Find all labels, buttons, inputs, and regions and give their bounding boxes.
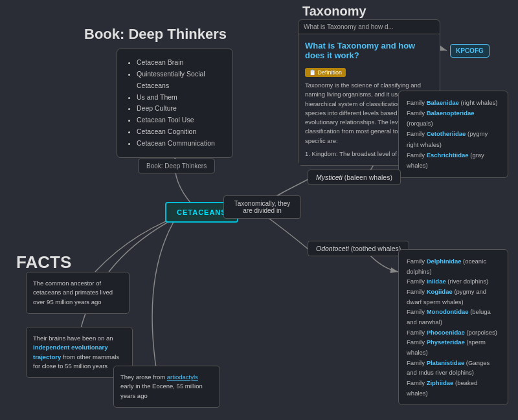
toothed-family-item: Family Platanistidae (Ganges and Indus r… [407,358,500,378]
kpcofg-badge: KPCOFG [450,44,490,58]
baleen-family-item: Family Cetotheriidae (pygmy right whales… [407,129,500,149]
fact3-prefix: They arose from [120,373,167,381]
toothed-family-item: Family Kogiidae (pygmy and dwarf sperm w… [407,287,500,307]
book-label: Book: Deep Thinkers [138,159,215,173]
facts-title: FACTS [16,252,71,272]
odontoceti-label: Odontoceti (toothed whales) [308,241,409,256]
mysticeti-label: Mysticeti (baleen whales) [308,170,401,185]
fact2-prefix: Their brains have been on an [33,335,113,342]
chapter-item: Cetacean Brain [137,57,223,69]
book-title: Book: Deep Thinkers [84,26,227,43]
definition-badge: 📋 Definition [305,68,346,77]
chapter-list: Cetacean Brain Quintessentially Social C… [126,57,223,149]
fact3-box: They arose from artiodactyls early in th… [113,366,220,408]
baleen-family-item: Family Balaenopteridae (rorquals) [407,108,500,129]
taxonomically-label: Taxonomically, they are divided in [223,195,301,219]
taxonomy-card-header: What is Taxonomy and how d... [298,20,440,34]
baleen-family-item: Family Eschrichtiidae (gray whales) [407,150,500,171]
toothed-family-item: Family Ziphiidae (beaked whales) [407,378,500,398]
toothed-family-list: Family Delphinidae (oceanic dolphins) Fa… [407,256,500,398]
toothed-family-item: Family Monodontidae (beluga and narwhal) [407,307,500,327]
book-chapters-box: Cetacean Brain Quintessentially Social C… [117,49,233,158]
toothed-family-item: Family Phocoenidae (porpoises) [407,327,500,338]
baleen-families-box: Family Balaenidae (right whales) Family … [398,91,508,178]
chapter-item: Quintessentially Social Cetaceans [137,69,223,92]
fact3-link: artiodactyls [167,373,198,381]
toothed-families-box: Family Delphinidae (oceanic dolphins) Fa… [398,249,508,405]
taxonomy-card-title: What is Taxonomy and how does it work? [305,41,433,60]
baleen-family-list: Family Balaenidae (right whales) Family … [407,98,500,171]
taxonomy-title: Taxonomy [302,4,366,19]
fact3-suffix: early in the Eocene, 55 million years ag… [120,382,203,399]
chapter-item: Cetacean Cognition [137,126,223,138]
baleen-family-item: Family Balaenidae (right whales) [407,98,500,108]
chapter-item: Cetacean Communication [137,138,223,149]
chapter-item: Deep Culture [137,103,223,115]
chapter-item: Us and Them [137,92,223,104]
toothed-family-item: Family Physeteridae (sperm whales) [407,337,500,357]
fact1-box: The common ancestor of cetaceans and pri… [26,272,130,314]
chapter-item: Cetacean Tool Use [137,115,223,126]
toothed-family-item: Family Iniidae (river dolphins) [407,276,500,287]
toothed-family-item: Family Delphinidae (oceanic dolphins) [407,256,500,276]
